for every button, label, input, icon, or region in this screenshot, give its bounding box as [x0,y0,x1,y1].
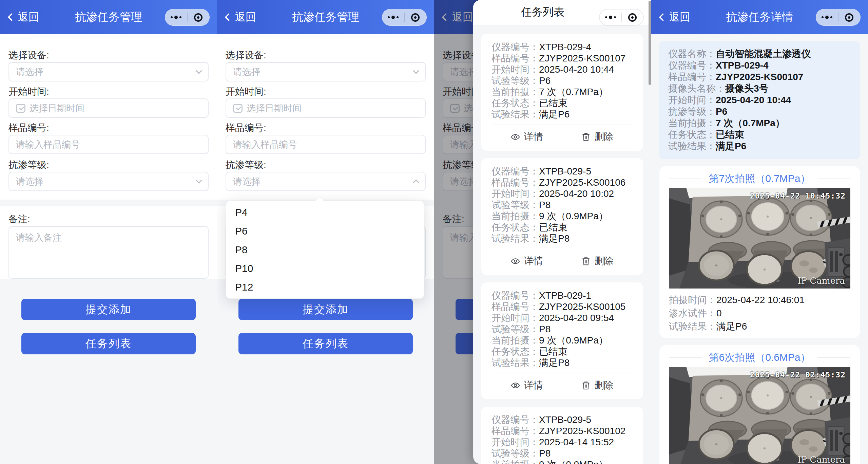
photo-meta-row: 拍摄时间：2025-04-22 10:46:01 [669,293,850,307]
target-icon [628,13,637,22]
detail-button[interactable]: 详情 [491,125,562,147]
more-dot-icon [609,16,612,19]
capsule-close-button[interactable] [405,13,427,22]
grade-select-label: 抗渗等级: [226,158,426,172]
remark-textarea[interactable]: 请输入备注 [8,226,209,279]
eye-icon [511,381,520,390]
field-label: 任务状态： [491,97,539,109]
section-divider [0,200,217,206]
device-select[interactable]: 请选择 [226,62,426,81]
nav-bar: 返回 抗渗任务详情 [651,0,868,34]
field-label: 试验结果： [491,357,539,368]
screenshot-stage: 返回抗渗任务管理选择设备:请选择开始时间:选择日期时间样品编号:请输入样品编号抗… [0,0,868,464]
task-list-button[interactable]: 任务列表 [21,333,196,354]
capsule-close-button[interactable] [188,13,210,22]
chevron-down-icon [196,68,202,74]
capsule-more-button[interactable] [600,16,621,19]
back-button[interactable]: 返回 [660,0,690,34]
field-value: 已结束 [539,97,567,109]
grade-select-label: 抗渗等级: [8,158,209,172]
back-label: 返回 [18,10,39,24]
photo-meta-row: 渗水试件：0 [669,307,850,320]
submit-button[interactable]: 提交添加 [21,299,196,320]
start-date-input[interactable]: 选择日期时间 [226,98,426,118]
eye-icon [511,257,520,266]
sample-number-input[interactable]: 请输入样品编号 [226,135,426,154]
task-field-grade: 试验等级：P8 [491,323,633,335]
grade-option-P6[interactable]: P6 [226,222,424,240]
field-label: 当前拍摄： [491,210,539,222]
device-select[interactable]: 请选择 [8,62,209,81]
info-label: 样品编号： [668,71,716,83]
capsule-more-button[interactable] [816,16,838,19]
scrollbar[interactable] [649,1,651,85]
mini-program-capsule [816,9,861,26]
detail-label: 详情 [524,130,543,143]
field-value: 满足P8 [539,357,570,368]
target-icon [845,13,853,22]
field-value: ZJYP2025-KS00102 [539,425,625,437]
field-value: 9 次（0.9MPa） [539,335,608,346]
capsule-close-button[interactable] [838,13,861,22]
field-label: 当前拍摄： [491,86,539,97]
field-value: ZJYP2025-KS00106 [539,177,625,188]
chevron-left-icon [659,13,667,21]
remark-placeholder: 请输入备注 [16,233,62,243]
photo-section-title: 第7次拍照（0.7MPa） [669,171,850,186]
submit-button[interactable]: 提交添加 [238,299,413,320]
task-field-status: 任务状态：已结束 [491,222,633,233]
grade-option-P10[interactable]: P10 [226,259,424,278]
grade-select[interactable]: 请选择 [8,172,209,191]
task-field-result: 试验结果：满足P8 [491,357,633,368]
delete-button[interactable]: 删除 [562,373,633,396]
capsule-more-button[interactable] [165,16,187,19]
page-title: 任务列表 [521,5,564,20]
delete-button[interactable]: 删除 [562,125,633,147]
field-label: 仪器编号： [491,414,539,425]
grade-option-P4[interactable]: P4 [226,203,424,222]
field-label: 样品编号： [491,53,539,64]
task-card: 仪器编号：XTPB-029-5样品编号：ZJYP2025-KS00102开始时间… [481,407,643,464]
meta-value: 0 [716,307,722,320]
field-label: 试验等级： [491,448,539,459]
detail-label: 详情 [524,255,543,267]
more-dot-icon [822,16,824,18]
chevron-up-icon [413,179,419,185]
task-list-button[interactable]: 任务列表 [238,333,413,354]
task-card: 仪器编号：XTPB-029-1样品编号：ZJYP2025-KS00105开始时间… [481,282,643,399]
info-value: 满足P6 [716,141,746,152]
detail-button[interactable]: 详情 [491,249,562,272]
screen-task-list: 返回抗渗任务管理选择设备:请选择开始时间:选择日期时间样品编号:请输入样品编号抗… [434,0,651,464]
grade-select[interactable]: 请选择 [226,172,426,191]
grade-option-P8[interactable]: P8 [226,240,424,259]
detail-button[interactable]: 详情 [491,373,562,396]
trash-icon [582,257,590,266]
mini-program-capsule [165,9,210,26]
field-label: 样品编号： [491,177,539,188]
task-card: 仪器编号：XTPB-029-5样品编号：ZJYP2025-KS00106开始时间… [481,158,643,275]
task-field-result: 试验结果：满足P6 [491,109,633,120]
back-button[interactable]: 返回 [226,0,256,34]
task-field-shots: 当前拍摄：9 次（0.9MPa） [491,459,633,464]
capsule-more-button[interactable] [382,16,404,19]
sample-placeholder: 请输入样品编号 [16,138,80,151]
start-date-input[interactable]: 选择日期时间 [8,98,209,118]
meta-label: 试验结果： [669,320,716,333]
delete-button[interactable]: 删除 [562,249,633,272]
info-label: 抗渗等级： [668,106,716,117]
field-label: 试验等级： [491,75,539,86]
more-dot-icon [397,16,399,18]
back-label: 返回 [235,10,256,24]
task-field-grade: 试验等级：P8 [491,199,633,210]
form-footer: 提交添加任务列表 [217,279,434,464]
camera-photo: 2025-04-22 10:45:32IP Camera [669,188,850,289]
grade-option-P12[interactable]: P12 [226,278,424,296]
back-button[interactable]: 返回 [9,0,39,34]
info-row: 任务状态：已结束 [668,129,851,141]
sample-number-input[interactable]: 请输入样品编号 [8,135,209,154]
task-field-sample: 样品编号：ZJYP2025-KS00102 [491,425,633,437]
mini-program-capsule [599,9,644,26]
capsule-close-button[interactable] [622,13,643,22]
info-value: XTPB-029-4 [716,60,769,71]
more-dot-icon [825,16,829,19]
